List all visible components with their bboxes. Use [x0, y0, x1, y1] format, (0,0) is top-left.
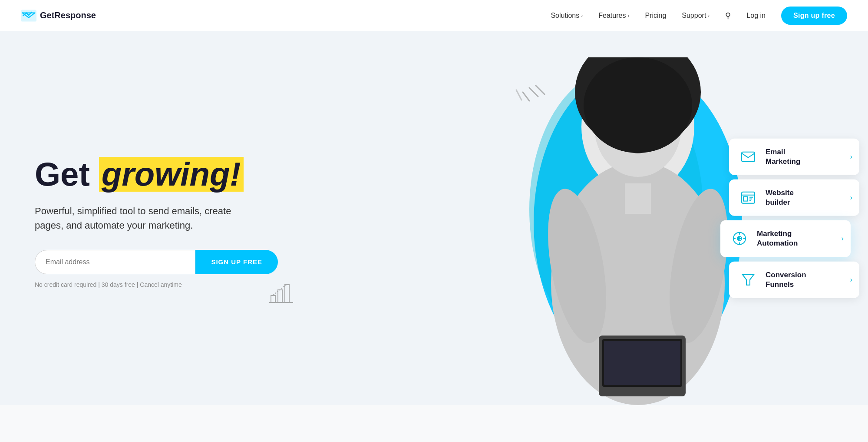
decorative-lines: [495, 83, 547, 127]
svg-line-5: [523, 92, 529, 101]
signup-form: SIGN UP FREE: [35, 250, 278, 274]
marketing-automation-icon: [730, 229, 749, 248]
chart-decoration: [269, 280, 295, 309]
nav-solutions[interactable]: Solutions›: [551, 12, 583, 20]
chevron-icon: ›: [581, 13, 583, 19]
feature-cards-container: Email Marketing › Website builder: [729, 139, 859, 298]
nav-pricing[interactable]: Pricing: [645, 12, 666, 20]
feature-card-conversion-funnels[interactable]: Conversion Funnels ›: [729, 261, 859, 298]
svg-marker-41: [743, 274, 754, 285]
hero-section: Get growing! Powerful, simplified tool t…: [0, 31, 868, 405]
svg-rect-8: [278, 290, 282, 302]
disclaimer-text: No credit card required | 30 days free |…: [35, 281, 295, 288]
chevron-icon: ›: [850, 276, 852, 283]
headline-highlight: growing!: [99, 157, 244, 192]
feature-card-email-marketing[interactable]: Email Marketing ›: [729, 139, 859, 175]
svg-rect-30: [743, 197, 748, 201]
signup-button[interactable]: SIGN UP FREE: [195, 250, 278, 274]
feature-card-website-builder[interactable]: Website builder ›: [729, 179, 859, 216]
website-builder-label: Website builder: [766, 188, 794, 207]
website-builder-icon: [739, 188, 758, 207]
feature-card-marketing-automation[interactable]: Marketing Automation ›: [720, 220, 851, 257]
email-marketing-icon: [739, 147, 758, 166]
hero-subtext: Powerful, simplified tool to send emails…: [35, 204, 261, 233]
svg-rect-13: [625, 183, 651, 214]
conversion-funnels-label: Conversion Funnels: [766, 270, 806, 289]
svg-rect-7: [271, 296, 275, 302]
hero-person-image: [534, 57, 742, 405]
hero-content: Get growing! Powerful, simplified tool t…: [35, 148, 295, 288]
svg-rect-9: [285, 285, 289, 302]
brand-name: GetResponse: [40, 10, 96, 20]
marketing-automation-label: Marketing Automation: [757, 229, 798, 248]
conversion-funnels-icon: [739, 270, 758, 289]
chevron-icon: ›: [627, 13, 629, 19]
svg-point-23: [584, 57, 692, 153]
logo[interactable]: GetResponse: [21, 10, 96, 22]
email-input[interactable]: [35, 250, 195, 274]
svg-rect-26: [604, 341, 680, 385]
nav-features[interactable]: Features›: [598, 12, 629, 20]
main-nav: GetResponse Solutions› Features› Pricing…: [0, 0, 868, 31]
svg-line-6: [516, 90, 521, 100]
nav-support[interactable]: Support›: [682, 12, 710, 20]
svg-line-3: [529, 88, 538, 96]
logo-icon: [21, 10, 36, 22]
login-link[interactable]: Log in: [746, 12, 766, 20]
chevron-icon: ›: [842, 235, 844, 243]
chevron-icon: ›: [708, 13, 710, 19]
svg-line-4: [536, 86, 545, 94]
svg-rect-27: [742, 152, 755, 162]
search-icon[interactable]: ⚲: [725, 11, 731, 20]
chevron-icon: ›: [850, 153, 852, 161]
nav-signup-button[interactable]: Sign up free: [781, 7, 847, 25]
email-marketing-label: Email Marketing: [766, 147, 800, 166]
hero-headline: Get growing!: [35, 157, 295, 192]
chevron-icon: ›: [850, 194, 852, 202]
